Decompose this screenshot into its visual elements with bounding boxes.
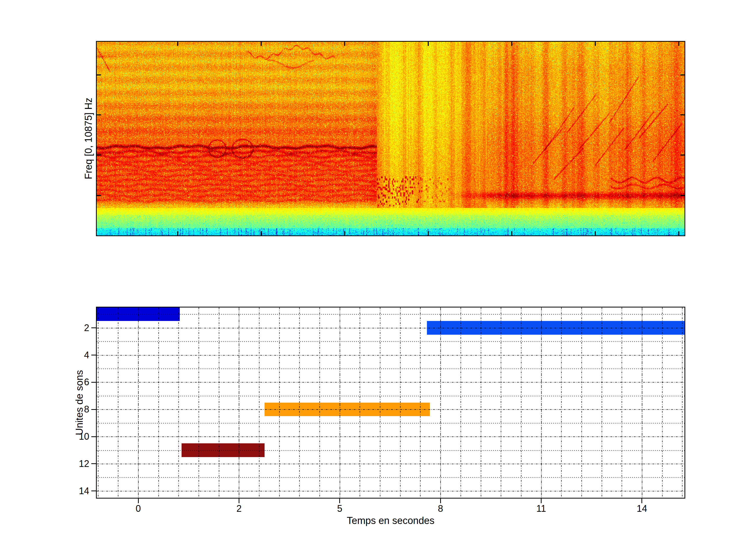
spectrogram-image xyxy=(97,42,685,235)
y-tick xyxy=(91,463,96,464)
timeline-grid xyxy=(97,308,685,498)
x-tick xyxy=(440,499,441,503)
y-tick xyxy=(91,327,96,328)
spectrogram-axes xyxy=(96,41,685,236)
x-tick-label: 2 xyxy=(223,503,254,514)
timeline-xlabel: Temps en secondes xyxy=(313,515,468,526)
y-tick-label: 12 xyxy=(38,458,89,470)
x-tick xyxy=(541,499,542,503)
spectrogram-ylabel: Freq [0, 10875] Hz xyxy=(83,61,94,216)
y-tick xyxy=(91,409,96,410)
y-tick-label: 2 xyxy=(38,322,89,334)
y-tick-label: 6 xyxy=(38,376,89,388)
y-tick xyxy=(91,436,96,437)
y-tick-label: 10 xyxy=(38,431,89,442)
x-tick-label: 14 xyxy=(626,503,658,514)
y-tick xyxy=(91,355,96,355)
timeline-ylabel: Unites de sons xyxy=(74,325,85,480)
x-tick-label: 8 xyxy=(425,503,456,514)
y-tick-label: 8 xyxy=(38,404,89,415)
x-tick xyxy=(239,499,239,503)
x-tick xyxy=(138,499,139,503)
y-tick-label: 4 xyxy=(38,349,89,361)
x-tick-label: 11 xyxy=(526,503,557,514)
y-tick xyxy=(91,490,96,491)
y-tick-label: 14 xyxy=(38,485,89,497)
matlab-figure: Freq [0, 10875] Hz Unites de sons Temps … xyxy=(0,0,747,560)
x-tick-label: 0 xyxy=(123,503,154,514)
y-tick xyxy=(91,382,96,383)
timeline-axes xyxy=(96,307,685,499)
x-tick xyxy=(339,499,340,503)
x-tick xyxy=(641,499,642,503)
x-tick-label: 5 xyxy=(324,503,355,514)
